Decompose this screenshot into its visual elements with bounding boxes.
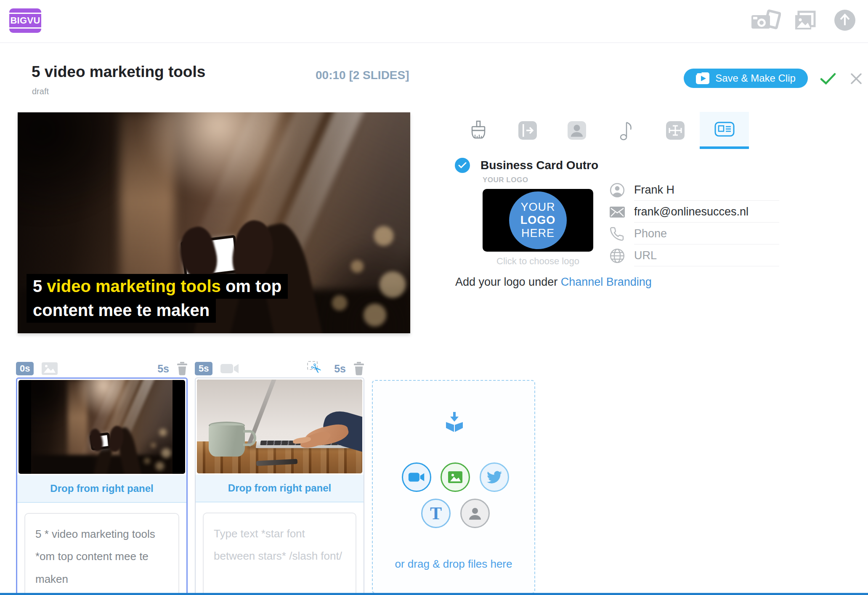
logo-chooser-hint: Click to choose logo — [483, 256, 593, 267]
trim-video-button[interactable]: ✂ — [307, 361, 326, 376]
clip-duration-label: 00:10 [2 SLIDES] — [316, 69, 409, 82]
tab-style-brush[interactable] — [454, 112, 503, 149]
confirm-check-icon[interactable] — [820, 72, 836, 85]
dropzone-label: or drag & drop files here — [373, 558, 534, 571]
slide2-start-badge: 5s — [195, 362, 212, 375]
tab-music[interactable] — [601, 112, 650, 149]
transition-arrow-icon — [518, 121, 537, 140]
video-preview[interactable]: 5 video marketing tools om top content m… — [18, 112, 410, 333]
music-note-icon — [619, 120, 633, 141]
channel-branding-link[interactable]: Channel Branding — [561, 276, 652, 288]
drop-into-box-icon — [445, 411, 464, 434]
caption-line-1: 5 video marketing tools om top — [27, 274, 288, 299]
camera-capture-icon[interactable] — [749, 8, 781, 33]
video-media-icon — [220, 363, 239, 375]
image-media-icon — [41, 362, 58, 375]
upload-icon[interactable] — [834, 9, 856, 31]
text-T-icon: T — [430, 505, 442, 522]
contact-email-row: frank@onlinesucces.nl — [609, 202, 779, 223]
slide1-text-input[interactable]: 5 * video marketing tools *om top conten… — [24, 513, 179, 595]
slide1-header: 0s 5s — [16, 361, 188, 376]
slide2-duration: 5s — [334, 363, 346, 375]
slide1-start-badge: 0s — [16, 362, 34, 375]
slide1-drop-target[interactable]: Drop from right panel — [17, 475, 186, 503]
contact-phone-field[interactable]: Phone — [634, 223, 779, 244]
contact-url-row: URL — [609, 245, 779, 266]
caption-highlight: video marketing tools — [47, 277, 220, 295]
business-card-heading: Business Card Outro — [480, 159, 598, 172]
tab-transition[interactable] — [503, 112, 552, 149]
business-card-enabled-toggle[interactable] — [455, 158, 470, 173]
slide2-header: 5s ✂ 5s — [195, 361, 364, 376]
person-icon — [467, 505, 483, 521]
draft-status-label: draft — [32, 87, 49, 96]
globe-icon — [609, 248, 626, 264]
logo-chooser-card[interactable]: YOUR LOGO HERE — [483, 189, 593, 252]
add-twitter-button[interactable] — [480, 462, 509, 492]
bigvu-logo[interactable]: BIGVU — [9, 8, 41, 33]
person-icon — [609, 182, 626, 198]
twitter-icon — [487, 471, 502, 483]
caption-line-2: content mee te maken — [27, 298, 216, 323]
your-logo-label: YOUR LOGO — [483, 176, 528, 184]
add-video-button[interactable] — [402, 462, 431, 492]
contact-url-field[interactable]: URL — [634, 245, 779, 266]
bottom-edge-divider — [0, 593, 868, 595]
slide1-thumbnail[interactable] — [19, 380, 185, 474]
slide2-card[interactable]: Drop from right panel Type text *star fo… — [195, 377, 364, 595]
slide2-thumbnail[interactable] — [197, 380, 362, 473]
slide1-duration: 5s — [157, 363, 169, 375]
add-avatar-button[interactable] — [460, 499, 490, 528]
logo-placeholder-circle: YOUR LOGO HERE — [509, 191, 567, 249]
slide1-card-selected[interactable]: Drop from right panel 5 * video marketin… — [16, 377, 188, 595]
envelope-icon — [609, 206, 626, 218]
image-gallery-icon[interactable] — [794, 10, 816, 31]
close-icon[interactable] — [850, 72, 863, 85]
video-camera-icon — [408, 472, 425, 483]
contact-name-row: Frank H — [609, 180, 779, 201]
slide2-thumbnail-image — [197, 380, 362, 473]
adjust-crosshair-icon — [666, 121, 685, 140]
avatar-icon — [567, 121, 587, 140]
phone-icon — [609, 226, 626, 242]
save-make-clip-button[interactable]: Save & Make Clip — [684, 69, 808, 88]
tab-adjust[interactable] — [650, 112, 700, 149]
tab-avatar[interactable] — [552, 112, 601, 149]
clip-play-icon — [696, 72, 709, 84]
slide1-thumbnail-image — [31, 380, 173, 474]
bigvu-logo-text: BIGVU — [7, 13, 43, 29]
project-title[interactable]: 5 video marketing tools — [32, 63, 205, 81]
contact-email-field[interactable]: frank@onlinesucces.nl — [634, 202, 779, 223]
branding-note: Add your logo under Channel Branding — [455, 276, 652, 289]
brush-icon — [469, 120, 488, 141]
image-icon — [448, 470, 463, 485]
tab-business-card[interactable] — [700, 112, 749, 149]
editor-tabs — [454, 112, 749, 149]
slide2-text-input[interactable]: Type text *star font between stars* /sla… — [203, 513, 356, 595]
add-slide-dropzone[interactable]: T or drag & drop files here — [372, 380, 535, 594]
add-image-button[interactable] — [441, 462, 470, 492]
business-card-icon — [714, 120, 735, 139]
top-bar: BIGVU — [0, 0, 868, 43]
contact-phone-row: Phone — [609, 223, 779, 244]
check-icon — [458, 162, 467, 169]
save-button-label: Save & Make Clip — [715, 72, 796, 84]
delete-slide1-icon[interactable] — [177, 362, 188, 375]
contact-name-field[interactable]: Frank H — [634, 180, 779, 201]
add-text-button[interactable]: T — [421, 499, 451, 528]
slide2-drop-target[interactable]: Drop from right panel — [196, 475, 364, 502]
delete-slide2-icon[interactable] — [353, 362, 364, 375]
